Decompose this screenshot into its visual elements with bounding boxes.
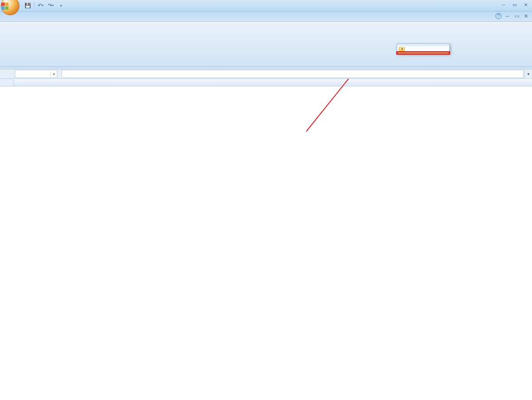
redo-button[interactable]: ↷▾ (46, 1, 56, 10)
quick-access-toolbar: 💾 ↶▾ ↷▾ ▾ (23, 1, 66, 10)
symbol-dropdown-panel: ▾ (397, 44, 450, 54)
close-button[interactable]: ✕ (521, 1, 530, 8)
help-icon[interactable]: ? (496, 13, 501, 19)
undo-icon: ↶ (38, 3, 42, 8)
save-icon: 💾 (25, 3, 31, 8)
annotation-arrow (0, 79, 532, 248)
formula-bar-buttons (57, 69, 62, 78)
redo-icon: ↷ (48, 3, 52, 8)
ribbon-tabs: ? ─ ▭ ✕ (0, 11, 532, 22)
undo-button[interactable]: ↶▾ (36, 1, 45, 10)
ribbon (0, 22, 532, 67)
symbol-more-button[interactable] (397, 52, 449, 54)
doc-minimize-button[interactable]: ─ (504, 13, 511, 19)
formula-bar-row: ▾ ▾ (0, 69, 532, 79)
maximize-button[interactable]: ▭ (510, 1, 519, 8)
title-bar: 💾 ↶▾ ↷▾ ▾ ─ ▭ ✕ (0, 0, 532, 11)
separator (34, 2, 34, 9)
formula-input[interactable] (62, 70, 524, 78)
formula-bar-expand[interactable]: ▾ (524, 69, 532, 78)
qat-customize[interactable]: ▾ (56, 1, 66, 10)
save-button[interactable]: 💾 (23, 1, 32, 10)
minimize-button[interactable]: ─ (499, 1, 508, 8)
doc-restore-button[interactable]: ▭ (513, 13, 520, 19)
name-box[interactable]: ▾ (15, 70, 57, 78)
select-all-corner[interactable] (0, 79, 14, 86)
column-headers (14, 79, 532, 86)
symbol-selected-category[interactable]: ▾ (399, 47, 405, 51)
svg-line-0 (306, 79, 368, 131)
window-controls: ─ ▭ ✕ (499, 1, 530, 8)
worksheet-area (0, 79, 532, 86)
doc-close-button[interactable]: ✕ (523, 13, 529, 19)
namebox-dropdown[interactable]: ▾ (50, 72, 57, 76)
